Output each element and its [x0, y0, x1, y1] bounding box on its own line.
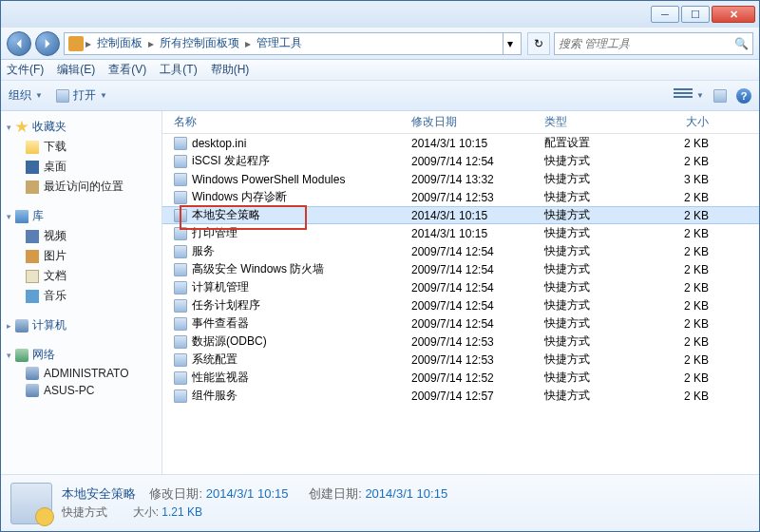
menu-bar: 文件(F) 编辑(E) 查看(V) 工具(T) 帮助(H) — [1, 60, 759, 81]
file-row[interactable]: 数据源(ODBC)2009/7/14 12:53快捷方式2 KB — [162, 332, 759, 351]
nav-favorites-header[interactable]: ▾收藏夹 — [5, 117, 158, 137]
folder-icon — [26, 141, 39, 154]
file-name: 计算机管理 — [192, 279, 249, 295]
file-row[interactable]: 高级安全 Windows 防火墙2009/7/14 12:54快捷方式2 KB — [162, 260, 759, 278]
file-size: 2 KB — [657, 209, 714, 222]
search-input[interactable] — [559, 37, 734, 50]
nav-pictures[interactable]: 图片 — [5, 246, 158, 266]
back-button[interactable] — [7, 31, 31, 56]
file-size: 2 KB — [657, 263, 714, 276]
file-name: Windows 内存诊断 — [192, 189, 287, 205]
refresh-button[interactable]: ↻ — [527, 32, 550, 55]
file-icon — [174, 173, 187, 186]
column-header-size[interactable]: 大小 — [657, 114, 714, 130]
nav-music[interactable]: 音乐 — [5, 286, 158, 306]
file-type: 快捷方式 — [539, 279, 657, 295]
details-mod-label: 修改日期: — [149, 486, 202, 501]
menu-file[interactable]: 文件(F) — [7, 62, 44, 78]
menu-help[interactable]: 帮助(H) — [211, 62, 250, 78]
nav-videos[interactable]: 视频 — [5, 226, 158, 246]
file-row[interactable]: 组件服务2009/7/14 12:57快捷方式2 KB — [162, 387, 759, 405]
details-title: 本地安全策略 — [62, 486, 136, 501]
details-mod-value: 2014/3/1 10:15 — [206, 486, 289, 501]
menu-edit[interactable]: 编辑(E) — [57, 62, 95, 78]
list-view-icon — [674, 88, 693, 104]
chevron-down-icon: ▼ — [100, 91, 107, 100]
titlebar[interactable]: ─ ☐ ✕ — [1, 1, 759, 28]
file-row[interactable]: 系统配置2009/7/14 12:53快捷方式2 KB — [162, 351, 759, 369]
nav-network-pc[interactable]: ADMINISTRATO — [5, 365, 158, 382]
desktop-icon — [26, 161, 39, 174]
details-metadata: 本地安全策略 修改日期: 2014/3/1 10:15 创建日期: 2014/3… — [62, 485, 447, 521]
control-panel-icon — [68, 36, 84, 51]
chevron-down-icon: ▼ — [35, 91, 43, 100]
nav-desktop[interactable]: 桌面 — [5, 157, 158, 177]
file-row[interactable]: 事件查看器2009/7/14 12:54快捷方式2 KB — [162, 314, 759, 332]
nav-network-header[interactable]: ▾网络 — [5, 345, 158, 365]
explorer-window: ─ ☐ ✕ ▸ 控制面板 ▸ 所有控制面板项 ▸ 管理工具 ▾ ↻ 🔍 文件(F… — [0, 0, 760, 532]
library-icon — [15, 210, 28, 223]
file-row[interactable]: 任务计划程序2009/7/14 12:54快捷方式2 KB — [162, 296, 759, 314]
navigation-pane[interactable]: ▾收藏夹 下载 桌面 最近访问的位置 ▾库 视频 图片 文档 音乐 ▸计算机 ▾… — [1, 111, 162, 474]
menu-tools[interactable]: 工具(T) — [160, 62, 197, 78]
nav-libraries-header[interactable]: ▾库 — [5, 206, 158, 226]
file-modified: 2009/7/14 13:32 — [406, 173, 539, 186]
file-name: desktop.ini — [192, 137, 246, 150]
file-row[interactable]: desktop.ini2014/3/1 10:15配置设置2 KB — [162, 134, 759, 152]
breadcrumb-root[interactable]: 控制面板 — [93, 35, 146, 51]
address-bar-row: ▸ 控制面板 ▸ 所有控制面板项 ▸ 管理工具 ▾ ↻ 🔍 — [1, 28, 759, 60]
minimize-button[interactable]: ─ — [651, 6, 679, 23]
file-list-body[interactable]: desktop.ini2014/3/1 10:15配置设置2 KBiSCSI 发… — [162, 134, 759, 474]
close-button[interactable]: ✕ — [712, 6, 755, 23]
file-row[interactable]: 本地安全策略2014/3/1 10:15快捷方式2 KB — [162, 206, 759, 224]
column-header-modified[interactable]: 修改日期 — [406, 114, 539, 130]
file-name: iSCSI 发起程序 — [192, 153, 270, 169]
file-modified: 2009/7/14 12:53 — [406, 353, 539, 367]
help-button[interactable]: ? — [736, 88, 751, 104]
file-row[interactable]: 打印管理2014/3/1 10:15快捷方式2 KB — [162, 224, 759, 242]
file-type: 快捷方式 — [539, 352, 657, 368]
collapse-icon: ▾ — [7, 351, 11, 360]
menu-view[interactable]: 查看(V) — [108, 62, 146, 78]
file-row[interactable]: 计算机管理2009/7/14 12:54快捷方式2 KB — [162, 278, 759, 296]
search-box[interactable]: 🔍 — [554, 32, 753, 55]
column-header-type[interactable]: 类型 — [539, 114, 657, 130]
open-button[interactable]: 打开 ▼ — [56, 87, 107, 104]
file-type: 快捷方式 — [539, 207, 657, 223]
file-name: 组件服务 — [192, 388, 238, 404]
file-size: 2 KB — [657, 317, 714, 331]
open-icon — [56, 89, 69, 103]
forward-button[interactable] — [35, 31, 60, 56]
organize-button[interactable]: 组织 ▼ — [9, 87, 43, 104]
breadcrumb-mid[interactable]: 所有控制面板项 — [156, 35, 243, 51]
view-mode-button[interactable]: ▼ — [674, 88, 704, 104]
file-row[interactable]: 服务2009/7/14 12:54快捷方式2 KB — [162, 242, 759, 260]
details-created-label: 创建日期: — [309, 486, 362, 501]
breadcrumb-leaf[interactable]: 管理工具 — [253, 35, 306, 51]
details-preview-icon — [10, 483, 52, 524]
nav-downloads[interactable]: 下载 — [5, 137, 158, 157]
preview-pane-toggle[interactable] — [713, 89, 727, 103]
music-icon — [26, 290, 39, 303]
nav-network-pc[interactable]: ASUS-PC — [5, 382, 158, 399]
details-subtitle: 快捷方式 — [62, 505, 107, 519]
nav-documents[interactable]: 文档 — [5, 266, 158, 286]
column-header-name[interactable]: 名称 — [168, 114, 406, 130]
computer-icon — [26, 384, 39, 397]
file-row[interactable]: 性能监视器2009/7/14 12:52快捷方式2 KB — [162, 369, 759, 387]
maximize-button[interactable]: ☐ — [681, 6, 710, 23]
file-row[interactable]: iSCSI 发起程序2009/7/14 12:54快捷方式2 KB — [162, 152, 759, 170]
breadcrumb-history-dropdown[interactable]: ▾ — [503, 33, 517, 54]
breadcrumb[interactable]: ▸ 控制面板 ▸ 所有控制面板项 ▸ 管理工具 ▾ — [64, 32, 522, 55]
search-icon[interactable]: 🔍 — [734, 37, 749, 50]
details-size-label: 大小: — [133, 505, 159, 519]
nav-computer-header[interactable]: ▸计算机 — [5, 315, 158, 335]
file-modified: 2009/7/14 12:54 — [406, 281, 539, 294]
file-type: 快捷方式 — [539, 189, 657, 205]
file-size: 2 KB — [657, 245, 714, 258]
file-type: 快捷方式 — [539, 261, 657, 277]
file-icon — [174, 245, 187, 258]
file-row[interactable]: Windows 内存诊断2009/7/14 12:53快捷方式2 KB — [162, 188, 759, 206]
nav-recent[interactable]: 最近访问的位置 — [5, 177, 158, 197]
file-row[interactable]: Windows PowerShell Modules2009/7/14 13:3… — [162, 170, 759, 188]
